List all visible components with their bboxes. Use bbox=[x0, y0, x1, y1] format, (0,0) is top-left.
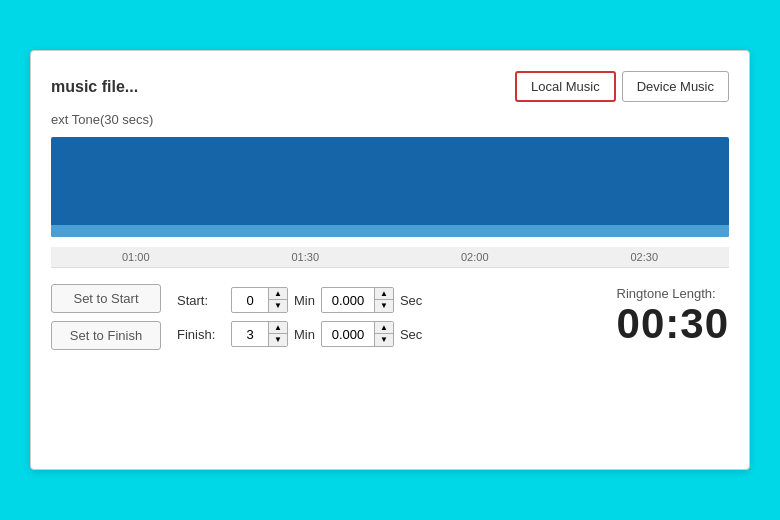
music-file-label: music file... bbox=[51, 78, 138, 96]
start-sec-up-button[interactable]: ▲ bbox=[375, 288, 393, 300]
finish-min-up-button[interactable]: ▲ bbox=[269, 322, 287, 334]
top-bar: music file... Local Music Device Music bbox=[51, 71, 729, 102]
start-min-input[interactable] bbox=[232, 290, 268, 311]
start-sec-unit: Sec bbox=[400, 293, 422, 308]
timeline-bar: 01:00 01:30 02:00 02:30 bbox=[51, 247, 729, 268]
time-inputs-col: Start: ▲ ▼ Min ▲ ▼ Sec bbox=[177, 287, 422, 347]
waveform-display bbox=[51, 137, 729, 237]
start-min-up-button[interactable]: ▲ bbox=[269, 288, 287, 300]
finish-sec-spinner[interactable]: ▲ ▼ bbox=[321, 321, 394, 347]
timeline-mark-3: 02:00 bbox=[461, 251, 489, 263]
controls-row: Set to Start Set to Finish Start: ▲ ▼ Mi… bbox=[51, 284, 729, 350]
set-to-finish-button[interactable]: Set to Finish bbox=[51, 321, 161, 350]
tone-label: ext Tone(30 secs) bbox=[51, 112, 729, 127]
start-min-unit: Min bbox=[294, 293, 315, 308]
finish-min-spinner[interactable]: ▲ ▼ bbox=[231, 321, 288, 347]
start-sec-spin-buttons: ▲ ▼ bbox=[374, 288, 393, 312]
timeline-mark-2: 01:30 bbox=[291, 251, 319, 263]
start-min-spinner[interactable]: ▲ ▼ bbox=[231, 287, 288, 313]
main-window: music file... Local Music Device Music e… bbox=[30, 50, 750, 470]
timeline-mark-1: 01:00 bbox=[122, 251, 150, 263]
finish-label: Finish: bbox=[177, 327, 225, 342]
music-source-buttons: Local Music Device Music bbox=[515, 71, 729, 102]
local-music-button[interactable]: Local Music bbox=[515, 71, 616, 102]
finish-input-row: Finish: ▲ ▼ Min ▲ ▼ Sec bbox=[177, 321, 422, 347]
set-to-start-button[interactable]: Set to Start bbox=[51, 284, 161, 313]
start-input-row: Start: ▲ ▼ Min ▲ ▼ Sec bbox=[177, 287, 422, 313]
set-buttons-col: Set to Start Set to Finish bbox=[51, 284, 161, 350]
start-min-down-button[interactable]: ▼ bbox=[269, 300, 287, 312]
ringtone-info: Ringtone Length: 00:30 bbox=[617, 286, 729, 347]
start-min-spin-buttons: ▲ ▼ bbox=[268, 288, 287, 312]
timeline-mark-4: 02:30 bbox=[630, 251, 658, 263]
finish-sec-spin-buttons: ▲ ▼ bbox=[374, 322, 393, 346]
finish-min-input[interactable] bbox=[232, 324, 268, 345]
start-label: Start: bbox=[177, 293, 225, 308]
finish-sec-input[interactable] bbox=[322, 324, 374, 345]
finish-min-unit: Min bbox=[294, 327, 315, 342]
start-sec-down-button[interactable]: ▼ bbox=[375, 300, 393, 312]
finish-sec-up-button[interactable]: ▲ bbox=[375, 322, 393, 334]
start-sec-spinner[interactable]: ▲ ▼ bbox=[321, 287, 394, 313]
start-sec-input[interactable] bbox=[322, 290, 374, 311]
ringtone-time-display: 00:30 bbox=[617, 301, 729, 347]
finish-min-down-button[interactable]: ▼ bbox=[269, 334, 287, 346]
finish-min-spin-buttons: ▲ ▼ bbox=[268, 322, 287, 346]
ringtone-length-label: Ringtone Length: bbox=[617, 286, 716, 301]
waveform-inner bbox=[51, 225, 729, 237]
finish-sec-unit: Sec bbox=[400, 327, 422, 342]
device-music-button[interactable]: Device Music bbox=[622, 71, 729, 102]
finish-sec-down-button[interactable]: ▼ bbox=[375, 334, 393, 346]
